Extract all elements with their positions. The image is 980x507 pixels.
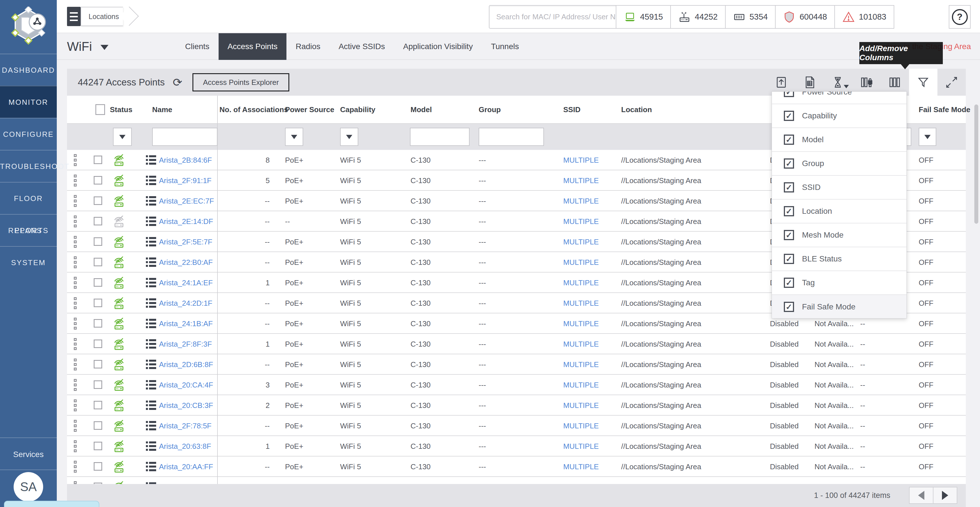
fullscreen-button[interactable] [937, 69, 966, 96]
cell-ssid[interactable]: MULTIPLE [563, 252, 617, 273]
drag-handle-icon[interactable] [74, 154, 76, 166]
ap-details-icon[interactable] [145, 277, 157, 289]
tab-active-ssids[interactable]: Active SSIDs [329, 33, 394, 60]
drag-handle-icon[interactable] [74, 256, 76, 268]
access-points-explorer-button[interactable]: Access Points Explorer [192, 73, 289, 91]
header-model[interactable]: Model [410, 96, 432, 124]
tab-clients[interactable]: Clients [176, 33, 219, 60]
row-checkbox[interactable] [94, 156, 102, 164]
sidebar-item-configure[interactable]: CONFIGURE [0, 118, 57, 150]
checkbox-checked-icon[interactable]: ✓ [784, 91, 794, 97]
menu-toggle-button[interactable] [67, 7, 81, 26]
drag-handle-icon[interactable] [74, 236, 76, 248]
drag-handle-icon[interactable] [74, 440, 76, 452]
page-title-dropdown[interactable]: WiFi [67, 33, 108, 60]
row-checkbox[interactable] [94, 217, 102, 226]
row-checkbox[interactable] [94, 176, 102, 184]
switch-stat-cell[interactable]: 5354 [725, 6, 776, 28]
ap-name-link[interactable]: Arista_2D:6B:8F [159, 354, 213, 375]
header-power-source[interactable]: Power Source [285, 96, 334, 124]
ap-details-icon[interactable] [145, 420, 157, 432]
columns-menu-item-capability[interactable]: ✓Capability [772, 104, 907, 128]
drag-handle-icon[interactable] [74, 379, 76, 391]
cell-ssid[interactable]: MULTIPLE [563, 150, 617, 170]
ap-name-link[interactable]: Arista_20:CA:4F [159, 375, 213, 395]
select-all-checkbox[interactable] [95, 104, 105, 115]
ap-details-icon[interactable] [145, 359, 157, 371]
ap-name-link[interactable]: Arista_20:63:8F [159, 436, 211, 456]
sidebar-item-floor-plans[interactable]: FLOOR PLANS [0, 182, 57, 214]
notification-toast[interactable] [4, 501, 99, 507]
checkbox-checked-icon[interactable]: ✓ [784, 182, 794, 192]
columns-menu-item-tag[interactable]: ✓Tag [772, 271, 907, 295]
ap-name-link[interactable]: Arista_2E:EC:7F [159, 191, 214, 211]
ap-details-icon[interactable] [145, 339, 157, 351]
sidebar-item-reports[interactable]: REPORTS [0, 214, 57, 246]
checkbox-checked-icon[interactable]: ✓ [784, 111, 794, 121]
help-button[interactable]: ? [949, 5, 970, 29]
header-location[interactable]: Location [621, 96, 652, 124]
cell-ssid[interactable]: MULTIPLE [563, 354, 617, 375]
refresh-icon[interactable]: ⟳ [173, 77, 182, 88]
columns-menu-item-ble-status[interactable]: ✓BLE Status [772, 247, 907, 271]
ap-details-icon[interactable] [145, 318, 157, 330]
row-checkbox[interactable] [94, 380, 102, 389]
tab-access-points[interactable]: Access Points [219, 33, 287, 60]
drag-handle-icon[interactable] [74, 461, 76, 473]
previous-page-button[interactable] [910, 488, 933, 503]
checkbox-checked-icon[interactable]: ✓ [784, 254, 794, 264]
sidebar-item-monitor[interactable]: MONITOR [0, 86, 57, 118]
row-checkbox[interactable] [94, 299, 102, 307]
sidebar-item-dashboard[interactable]: DASHBOARD [0, 54, 57, 86]
power-source-filter-select[interactable] [285, 128, 303, 146]
sidebar-item-services[interactable]: Services [0, 437, 57, 470]
columns-menu-item-model[interactable]: ✓Model [772, 128, 907, 152]
laptop-stat-cell[interactable]: 45915 [616, 6, 671, 28]
ap-details-icon[interactable] [145, 441, 157, 453]
checkbox-checked-icon[interactable]: ✓ [784, 278, 794, 288]
capability-filter-select[interactable] [340, 128, 358, 146]
header-group[interactable]: Group [479, 96, 501, 124]
ap-details-icon[interactable] [145, 380, 157, 391]
ap-name-link[interactable]: Arista_22:B0:AF [159, 252, 213, 273]
ap-details-icon[interactable] [145, 482, 157, 484]
columns-menu-item-mesh-mode[interactable]: ✓Mesh Mode [772, 223, 907, 247]
ap-name-link[interactable]: Arista_2F:91:1F [159, 170, 212, 191]
cell-ssid[interactable]: MULTIPLE [563, 191, 617, 211]
row-checkbox[interactable] [94, 462, 102, 470]
ap-name-link[interactable]: Arista_2B:84:6F [159, 150, 212, 170]
columns-menu-item-location[interactable]: ✓Location [772, 200, 907, 223]
header-associations[interactable]: No. of Associations [220, 96, 288, 124]
cell-ssid[interactable]: MULTIPLE [563, 170, 617, 191]
ap-details-icon[interactable] [145, 461, 157, 473]
tab-application-visibility[interactable]: Application Visibility [394, 33, 482, 60]
cell-ssid[interactable]: MULTIPLE [563, 232, 617, 252]
ap-name-link[interactable]: Arista_24:1A:EF [159, 273, 213, 293]
model-filter-input[interactable] [410, 128, 469, 146]
cell-ssid[interactable]: MULTIPLE [563, 395, 617, 416]
panel-scrollbar[interactable] [974, 105, 978, 224]
access-point-stat-cell[interactable]: 44252 [671, 6, 725, 28]
row-checkbox[interactable] [94, 401, 102, 409]
ap-details-icon[interactable] [145, 257, 157, 269]
status-filter-select[interactable] [113, 128, 132, 146]
ap-details-icon[interactable] [145, 155, 157, 167]
ap-details-icon[interactable] [145, 237, 157, 248]
row-checkbox[interactable] [94, 278, 102, 287]
ap-name-link[interactable]: Arista_20:AA:FF [159, 456, 213, 477]
breadcrumb[interactable]: Locations [81, 7, 123, 26]
checkbox-checked-icon[interactable]: ✓ [784, 135, 794, 145]
row-checkbox[interactable] [94, 340, 102, 348]
checkbox-checked-icon[interactable]: ✓ [784, 230, 794, 240]
header-status[interactable]: Status [110, 96, 132, 124]
checkbox-checked-icon[interactable]: ✓ [784, 302, 794, 312]
row-checkbox[interactable] [94, 237, 102, 246]
ap-name-link[interactable]: Arista_20:CB:3F [159, 395, 213, 416]
sidebar-item-system[interactable]: SYSTEM [0, 246, 57, 278]
cell-ssid[interactable]: MULTIPLE [563, 436, 617, 456]
cell-ssid[interactable]: MULTIPLE [563, 334, 617, 354]
brand-logo[interactable] [0, 3, 57, 52]
avatar[interactable]: SA [14, 472, 43, 502]
cell-ssid[interactable]: MULTIPLE [563, 416, 617, 436]
drag-handle-icon[interactable] [74, 359, 76, 370]
